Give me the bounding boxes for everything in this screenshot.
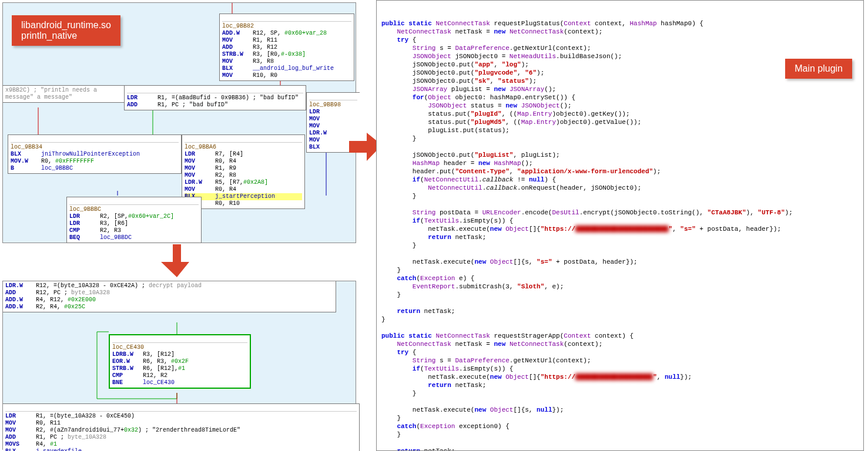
java-code-body: public static NetConnectTask requestPlug… bbox=[381, 19, 859, 451]
flow-arrow-down-icon bbox=[161, 244, 193, 280]
asm-lines-9bb82: ADD.WR12, SP, #0x60+var_28MOVR1, R11ADDR… bbox=[222, 30, 351, 79]
asm-block-9bb34[interactable]: loc_9BB34 BLXjniThrowNullPointerExceptio… bbox=[8, 134, 182, 174]
annotation-left: libandroid_runtime.so println_native bbox=[12, 15, 120, 46]
hint-println: x9BB2C) ; "println needs a message" a me… bbox=[3, 85, 126, 103]
left-column: loc_9BB82 ADD.WR12, SP, #0x60+var_28MOVR… bbox=[0, 0, 358, 451]
asm-block-badbuf[interactable]: LDRR1, =(aBadBufid - 0x9BB36) ; "bad buf… bbox=[124, 85, 306, 110]
asm-lines-ce430: LDRB.WR3, [R12]EOR.WR6, R3, #0x2FSTRB.WR… bbox=[112, 351, 247, 386]
annotation-right: Main plugin bbox=[785, 59, 852, 79]
asm-block-ce430[interactable]: loc_CE430 LDRB.WR3, [R12]EOR.WR6, R3, #0… bbox=[109, 334, 251, 389]
asm-block-9bb82[interactable]: loc_9BB82 ADD.WR12, SP, #0x60+var_28MOVR… bbox=[219, 14, 354, 81]
asm-block-9bbbc[interactable]: loc_9BBBC LDRR2, [SP,#0x60+var_2C]LDRR3,… bbox=[66, 197, 202, 243]
right-column: public static NetConnectTask requestPlug… bbox=[376, 0, 864, 451]
asm-lines-badbuf: LDRR1, =(aBadBufid - 0x9BB36) ; "bad buf… bbox=[127, 95, 303, 109]
asm-lines-9bbbc: LDRR2, [SP,#0x60+var_2C]LDRR3, [R6]CMPR2… bbox=[69, 213, 199, 241]
asm-lines-9bb34: BLXjniThrowNullPointerExceptionMOV.WR0, … bbox=[11, 151, 179, 172]
asm-pre-decrypt[interactable]: LDR.WR12, =(byte_10A328 - 0xCE42A) ; dec… bbox=[3, 281, 336, 312]
asm-lines-tail: LDRR1, =(byte_10A328 - 0xCE450)MOVR0, R1… bbox=[5, 413, 357, 451]
asm-lines-9bba6: LDRR7, [R4]MOVR0, R4MOVR1, R9MOVR2, R8LD… bbox=[185, 151, 302, 207]
asm-tail-savedex[interactable]: LDRR1, =(byte_10A328 - 0xCE450)MOVR0, R1… bbox=[3, 403, 360, 451]
block-label: loc_9BB82 bbox=[222, 23, 254, 30]
ida-bottom-pane[interactable]: LDR.WR12, =(byte_10A328 - 0xCE42A) ; dec… bbox=[2, 281, 356, 450]
page-root: loc_9BB82 ADD.WR12, SP, #0x60+var_28MOVR… bbox=[0, 0, 868, 451]
asm-lines-pre: LDR.WR12, =(byte_10A328 - 0xCE42A) ; dec… bbox=[5, 282, 333, 311]
